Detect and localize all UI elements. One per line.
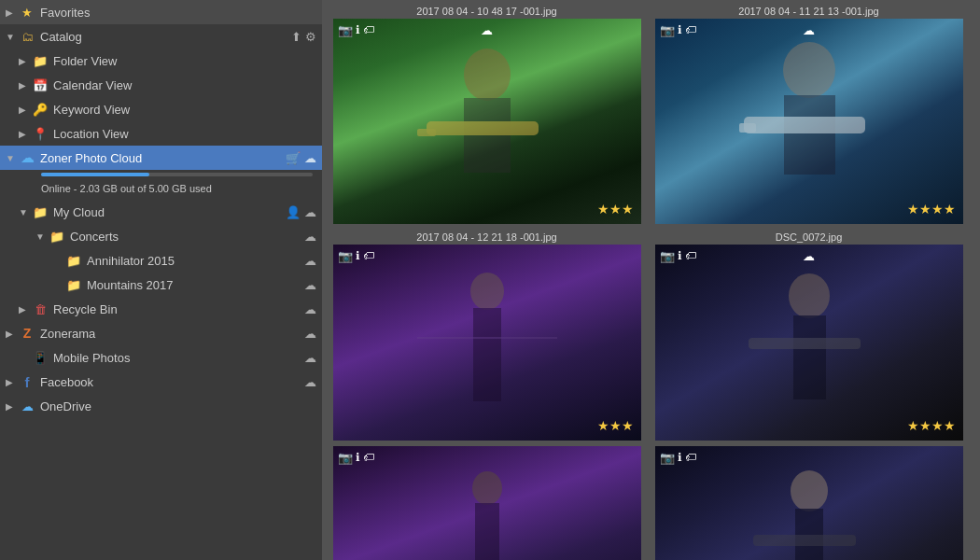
mobile-sync-icon: ☁ bbox=[304, 351, 316, 365]
my-cloud-sync-icon[interactable]: ☁ bbox=[304, 205, 316, 219]
photo-wrapper-1[interactable]: 📷 ℹ 🏷 ☁ ★★★ bbox=[333, 19, 641, 224]
photo-grid: 2017 08 04 - 10 48 17 -001.jpg 📷 ℹ 🏷 ☁ ★… bbox=[322, 0, 980, 560]
catalog-settings-icon[interactable]: ⚙ bbox=[305, 30, 316, 44]
onedrive-icon: ☁ bbox=[19, 398, 35, 414]
concerts-sync-icon: ☁ bbox=[304, 230, 316, 244]
mobile-cloud: ☁ bbox=[304, 351, 316, 365]
recycle-bin-icon: 🗑 bbox=[32, 301, 49, 317]
my-cloud-folder-icon: 📁 bbox=[32, 203, 49, 220]
sidebar-item-catalog[interactable]: ▼ 🗂 Catalog ⬆ ⚙ bbox=[0, 24, 322, 49]
zonerama-icon: Z bbox=[19, 325, 35, 342]
photo-cell-1[interactable]: 2017 08 04 - 10 48 17 -001.jpg 📷 ℹ 🏷 ☁ ★… bbox=[326, 4, 648, 224]
svg-rect-3 bbox=[417, 129, 436, 136]
camera-icon-1: 📷 bbox=[338, 23, 353, 37]
info-icon-2: ℹ bbox=[678, 23, 682, 37]
svg-point-8 bbox=[470, 273, 504, 310]
mobile-photos-label: Mobile Photos bbox=[53, 351, 304, 365]
chevron-down-icon2: ▼ bbox=[6, 153, 19, 163]
photo-wrapper-4[interactable]: 📷 ℹ 🏷 ☁ ★★★★ bbox=[655, 245, 963, 441]
sidebar-item-recycle-bin[interactable]: ▶ 🗑 Recycle Bin ☁ bbox=[0, 297, 322, 321]
photo-image-1[interactable] bbox=[333, 19, 641, 224]
sidebar-item-zonerama[interactable]: ▶ Z Zonerama ☁ bbox=[0, 321, 322, 345]
location-view-icon: 📍 bbox=[32, 125, 49, 142]
sidebar-item-mobile-photos[interactable]: 📱 Mobile Photos ☁ bbox=[0, 345, 322, 370]
sidebar-item-concerts[interactable]: ▼ 📁 Concerts ☁ bbox=[0, 224, 322, 248]
cloud-upload-icon[interactable]: ☁ bbox=[304, 151, 316, 165]
sidebar-item-favorites[interactable]: ▶ ★ Favorites bbox=[0, 0, 322, 24]
photo-image-5[interactable] bbox=[333, 446, 641, 560]
sidebar-item-zoner-cloud[interactable]: ▼ ☁ Zoner Photo Cloud 🛒 ☁ bbox=[0, 146, 322, 170]
annihilator-cloud: ☁ bbox=[304, 254, 316, 268]
info-icon-3: ℹ bbox=[356, 249, 360, 263]
favorites-label: Favorites bbox=[40, 6, 316, 20]
sidebar-item-mountains[interactable]: 📁 Mountains 2017 ☁ bbox=[0, 273, 322, 297]
info-icon-6: ℹ bbox=[678, 451, 682, 465]
chevron-right-icon6: ▶ bbox=[19, 304, 32, 315]
cloud-actions: 🛒 ☁ bbox=[286, 151, 316, 165]
photo-wrapper-2[interactable]: 📷 ℹ 🏷 ☁ ★★★★ bbox=[655, 19, 963, 224]
photo-image-3[interactable] bbox=[333, 245, 641, 441]
zonerama-label: Zonerama bbox=[40, 327, 304, 341]
annihilator-label: Annihilator 2015 bbox=[87, 254, 304, 268]
svg-point-4 bbox=[783, 42, 835, 98]
cloud-cart-icon[interactable]: 🛒 bbox=[286, 151, 301, 165]
my-cloud-label: My Cloud bbox=[53, 205, 286, 219]
calendar-view-label: Calendar View bbox=[53, 78, 316, 92]
mountains-sync-icon: ☁ bbox=[304, 278, 316, 292]
svg-rect-9 bbox=[473, 308, 501, 401]
sidebar-item-folder-view[interactable]: ▶ 📁 Folder View bbox=[0, 49, 322, 73]
photo-image-2[interactable] bbox=[655, 19, 963, 224]
cloud-label: Zoner Photo Cloud bbox=[40, 151, 286, 165]
chevron-down-icon3: ▼ bbox=[19, 207, 32, 217]
sidebar-item-onedrive[interactable]: ▶ ☁ OneDrive bbox=[0, 394, 322, 418]
svg-rect-17 bbox=[795, 509, 823, 560]
sidebar-item-calendar-view[interactable]: ▶ 📅 Calendar View bbox=[0, 73, 322, 97]
folder-view-label: Folder View bbox=[53, 54, 316, 68]
svg-rect-13 bbox=[749, 338, 861, 349]
photo-cell-5[interactable]: 📷 ℹ 🏷 ★★★ DSC_0086.jpg 📷 ℹ 🏷 bbox=[326, 446, 648, 560]
photo-cell-2[interactable]: 2017 08 04 - 11 21 13 -001.jpg 📷 ℹ 🏷 ☁ ★… bbox=[648, 4, 970, 224]
svg-rect-12 bbox=[793, 315, 826, 399]
sidebar-item-location-view[interactable]: ▶ 📍 Location View bbox=[0, 121, 322, 146]
chevron-down-icon4: ▼ bbox=[35, 231, 49, 242]
sidebar-item-facebook[interactable]: ▶ f Facebook ☁ bbox=[0, 370, 322, 394]
chevron-right-icon2: ▶ bbox=[19, 56, 32, 66]
chevron-right-icon8: ▶ bbox=[6, 377, 19, 387]
photo-filename-4: DSC_0072.jpg bbox=[776, 230, 843, 245]
photo-filename-1: 2017 08 04 - 10 48 17 -001.jpg bbox=[416, 4, 556, 19]
photo-overlay-icons-5: 📷 ℹ 🏷 bbox=[338, 451, 374, 465]
zonerama-cloud: ☁ bbox=[304, 327, 316, 341]
photo-cell-6[interactable]: 📷 ℹ 🏷 ★★★ DSC_0087.jpg 📷 ℹ 🏷 ☁ bbox=[648, 446, 970, 560]
svg-rect-6 bbox=[744, 117, 865, 133]
mountains-folder-icon: 📁 bbox=[65, 276, 82, 293]
svg-point-11 bbox=[789, 273, 830, 318]
storage-bar-container bbox=[41, 173, 313, 176]
photo-cell-4[interactable]: DSC_0072.jpg 📷 ℹ 🏷 ☁ ★★★★ bbox=[648, 230, 970, 441]
chevron-right-icon3: ▶ bbox=[19, 80, 32, 91]
catalog-import-icon[interactable]: ⬆ bbox=[291, 30, 301, 44]
favorites-icon: ★ bbox=[19, 4, 35, 21]
sidebar-item-my-cloud[interactable]: ▼ 📁 My Cloud 👤 ☁ bbox=[0, 200, 322, 224]
mountains-cloud: ☁ bbox=[304, 278, 316, 292]
photo-image-6[interactable] bbox=[655, 446, 963, 560]
my-cloud-actions: 👤 ☁ bbox=[286, 205, 316, 219]
chevron-down-icon: ▼ bbox=[6, 32, 19, 42]
photo-stars-1: ★★★ bbox=[597, 202, 634, 217]
zonerama-sync-icon: ☁ bbox=[304, 327, 316, 341]
sidebar: ▶ ★ Favorites ▼ 🗂 Catalog ⬆ ⚙ ▶ 📁 Folder… bbox=[0, 0, 322, 560]
sidebar-item-annihilator[interactable]: 📁 Annihilator 2015 ☁ bbox=[0, 248, 322, 273]
camera-icon-4: 📷 bbox=[660, 249, 675, 263]
photo-wrapper-3[interactable]: 📷 ℹ 🏷 ★★★ bbox=[333, 245, 641, 441]
tag-icon-5: 🏷 bbox=[363, 451, 374, 465]
photo-overlay-icons-1: 📷 ℹ 🏷 bbox=[338, 23, 374, 37]
sidebar-item-keyword-view[interactable]: ▶ 🔑 Keyword View bbox=[0, 97, 322, 121]
photo-wrapper-6[interactable]: 📷 ℹ 🏷 ★★★ bbox=[655, 446, 963, 560]
concerts-folder-icon: 📁 bbox=[49, 228, 65, 245]
tag-icon-1: 🏷 bbox=[363, 23, 374, 37]
photo-wrapper-5[interactable]: 📷 ℹ 🏷 ★★★ bbox=[333, 446, 641, 560]
photo-image-4[interactable] bbox=[655, 245, 963, 441]
calendar-view-icon: 📅 bbox=[32, 77, 49, 93]
tag-icon-4: 🏷 bbox=[685, 249, 696, 263]
photo-cell-3[interactable]: 2017 08 04 - 12 21 18 -001.jpg 📷 ℹ 🏷 ★★★ bbox=[326, 230, 648, 441]
my-cloud-user-icon[interactable]: 👤 bbox=[286, 205, 301, 219]
